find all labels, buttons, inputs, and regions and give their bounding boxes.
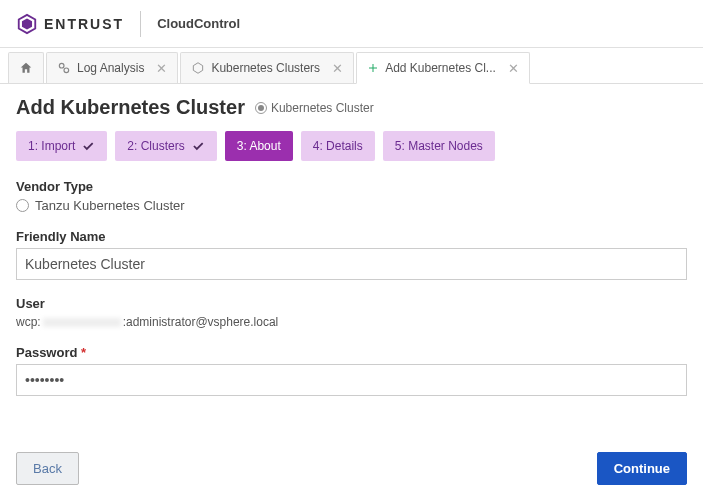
footer-actions: Back Continue (0, 452, 703, 485)
svg-marker-4 (194, 63, 203, 74)
wizard-steps: 1: Import 2: Clusters 3: About 4: Detail… (16, 131, 687, 161)
tab-bar: Log Analysis ✕ Kubernetes Clusters ✕ Add… (0, 48, 703, 84)
password-label: Password * (16, 345, 687, 360)
page-content: Add Kubernetes Cluster Kubernetes Cluste… (0, 84, 703, 424)
radio-icon (255, 102, 267, 114)
radio-icon (16, 199, 29, 212)
badge-label: Kubernetes Cluster (271, 101, 374, 115)
password-label-text: Password (16, 345, 77, 360)
friendly-name-input[interactable] (16, 248, 687, 280)
title-badge: Kubernetes Cluster (255, 101, 374, 115)
brand-name: ENTRUST (44, 16, 124, 32)
password-input[interactable] (16, 364, 687, 396)
kube-icon (191, 61, 205, 75)
tab-kubernetes-clusters[interactable]: Kubernetes Clusters ✕ (180, 52, 354, 83)
tab-add-kubernetes[interactable]: Add Kubernetes Cl... ✕ (356, 52, 530, 84)
vendor-option-tanzu[interactable]: Tanzu Kubernetes Cluster (16, 198, 687, 213)
check-icon (191, 139, 205, 153)
wizard-step-import[interactable]: 1: Import (16, 131, 107, 161)
svg-point-3 (64, 68, 69, 73)
user-prefix: wcp: (16, 315, 41, 329)
user-suffix: :administrator@vsphere.local (123, 315, 279, 329)
close-icon[interactable]: ✕ (156, 61, 167, 76)
step-label: 1: Import (28, 139, 75, 153)
vendor-type-label: Vendor Type (16, 179, 687, 194)
home-icon (19, 61, 33, 75)
wizard-step-details[interactable]: 4: Details (301, 131, 375, 161)
step-label: 3: About (237, 139, 281, 153)
header-divider (140, 11, 141, 37)
product-name: CloudControl (157, 16, 240, 31)
title-row: Add Kubernetes Cluster Kubernetes Cluste… (16, 96, 687, 119)
wizard-step-master-nodes[interactable]: 5: Master Nodes (383, 131, 495, 161)
user-field: User wcp::administrator@vsphere.local (16, 296, 687, 329)
tab-label: Add Kubernetes Cl... (385, 61, 496, 75)
close-icon[interactable]: ✕ (332, 61, 343, 76)
user-value: wcp::administrator@vsphere.local (16, 315, 687, 329)
app-header: ENTRUST CloudControl (0, 0, 703, 48)
friendly-name-field: Friendly Name (16, 229, 687, 280)
check-icon (81, 139, 95, 153)
wizard-step-clusters[interactable]: 2: Clusters (115, 131, 216, 161)
password-field: Password * (16, 345, 687, 396)
step-label: 4: Details (313, 139, 363, 153)
friendly-name-label: Friendly Name (16, 229, 687, 244)
hexagon-logo-icon (16, 13, 38, 35)
tab-log-analysis[interactable]: Log Analysis ✕ (46, 52, 178, 83)
close-icon[interactable]: ✕ (508, 61, 519, 76)
step-label: 2: Clusters (127, 139, 184, 153)
tab-label: Kubernetes Clusters (211, 61, 320, 75)
required-asterisk: * (77, 345, 86, 360)
back-button[interactable]: Back (16, 452, 79, 485)
wizard-step-about[interactable]: 3: About (225, 131, 293, 161)
continue-button[interactable]: Continue (597, 452, 687, 485)
user-label: User (16, 296, 687, 311)
plus-icon (367, 62, 379, 74)
analysis-icon (57, 61, 71, 75)
svg-point-2 (59, 63, 64, 68)
svg-marker-1 (22, 18, 32, 29)
tab-home[interactable] (8, 52, 44, 83)
tab-label: Log Analysis (77, 61, 144, 75)
page-title: Add Kubernetes Cluster (16, 96, 245, 119)
vendor-option-label: Tanzu Kubernetes Cluster (35, 198, 185, 213)
step-label: 5: Master Nodes (395, 139, 483, 153)
brand-logo: ENTRUST (16, 13, 124, 35)
redacted-segment (43, 318, 121, 327)
